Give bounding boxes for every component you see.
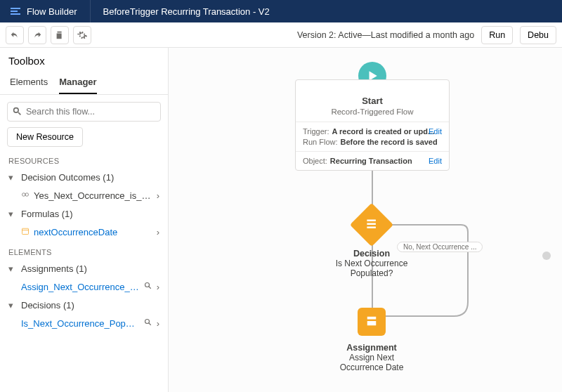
copy-button[interactable]: [51, 26, 69, 44]
assignment-icon: [365, 314, 379, 330]
svg-rect-12: [367, 316, 377, 319]
edit-object-link[interactable]: Edit: [429, 157, 442, 165]
search-input[interactable]: [7, 102, 161, 122]
resource-item[interactable]: Yes_Next_Occurrence_is_populated ›: [4, 186, 164, 204]
app-name: Flow Builder: [27, 6, 77, 17]
svg-rect-4: [22, 228, 29, 234]
group-assignments[interactable]: ▾ Assignments (1): [4, 259, 164, 277]
svg-line-9: [148, 322, 150, 325]
toolbox-sidebar: Toolbox Elements Manager New Resource RE…: [0, 48, 169, 392]
formula-date-icon: [21, 227, 30, 237]
start-title: Start: [301, 96, 443, 106]
search-icon: [13, 107, 22, 118]
minimap-indicator: [542, 251, 551, 260]
section-resources: RESOURCES: [0, 154, 168, 168]
toolbox-tabs: Elements Manager: [0, 71, 168, 95]
flow-name: BeforeTrigger Recurring Transaction - V2: [103, 6, 270, 17]
flow-builder-icon: [10, 6, 21, 17]
assignment-node-label: Assignment Assign Next Occurrence Date: [329, 339, 414, 372]
decision-icon: [365, 217, 379, 233]
decision-outcome-label[interactable]: No, Next Occurrence ...: [397, 242, 483, 252]
settings-button[interactable]: [73, 26, 91, 44]
svg-line-7: [148, 286, 150, 288]
group-decisions[interactable]: ▾ Decisions (1): [4, 296, 164, 314]
svg-point-8: [145, 319, 149, 323]
edit-trigger-link[interactable]: Edit: [429, 127, 442, 136]
locate-icon[interactable]: [144, 282, 152, 292]
chevron-right-icon: ›: [157, 282, 159, 292]
outcome-icon: [21, 190, 30, 201]
resource-item[interactable]: nextOccurrenceDate ›: [4, 223, 164, 241]
svg-rect-13: [367, 321, 377, 325]
debug-button[interactable]: Debu: [520, 26, 556, 44]
chevron-down-icon: ▾: [8, 209, 17, 219]
svg-point-6: [145, 282, 149, 287]
app-logo: Flow Builder: [10, 6, 77, 17]
run-button[interactable]: Run: [481, 26, 513, 44]
assignment-node[interactable]: [358, 308, 386, 336]
chevron-right-icon: ›: [157, 227, 159, 237]
tab-elements[interactable]: Elements: [10, 71, 48, 94]
section-elements: ELEMENTS: [0, 245, 168, 259]
svg-line-1: [18, 112, 20, 115]
new-resource-button[interactable]: New Resource: [7, 127, 83, 147]
start-node-card[interactable]: Start Record-Triggered Flow Trigger:A re…: [295, 79, 450, 171]
element-item[interactable]: Assign_Next_Occurrence_Date ›: [4, 277, 164, 296]
group-formulas[interactable]: ▾ Formulas (1): [4, 204, 164, 223]
svg-point-3: [25, 192, 29, 196]
svg-point-2: [22, 192, 26, 196]
group-decision-outcomes[interactable]: ▾ Decision Outcomes (1): [4, 168, 164, 186]
version-text: Version 2: Active—Last modified a month …: [297, 30, 474, 40]
chevron-down-icon: ▾: [8, 263, 17, 274]
chevron-down-icon: ▾: [8, 300, 17, 311]
chevron-down-icon: ▾: [8, 172, 17, 183]
decision-node[interactable]: [356, 209, 387, 240]
global-header: Flow Builder BeforeTrigger Recurring Tra…: [0, 0, 562, 22]
svg-point-0: [14, 108, 19, 113]
locate-icon[interactable]: [144, 318, 152, 329]
chevron-right-icon: ›: [157, 318, 159, 329]
toolbox-title: Toolbox: [0, 48, 168, 71]
chevron-right-icon: ›: [157, 190, 159, 201]
tab-manager[interactable]: Manager: [59, 71, 96, 94]
flow-canvas[interactable]: Start Record-Triggered Flow Trigger:A re…: [169, 48, 562, 392]
action-bar: Version 2: Active—Last modified a month …: [0, 22, 562, 48]
start-subtitle: Record-Triggered Flow: [301, 107, 443, 116]
header-divider: [90, 0, 91, 22]
redo-button[interactable]: [28, 26, 46, 44]
element-item[interactable]: Is_Next_Occurrence_Populated ›: [4, 314, 164, 332]
undo-button[interactable]: [6, 26, 24, 44]
